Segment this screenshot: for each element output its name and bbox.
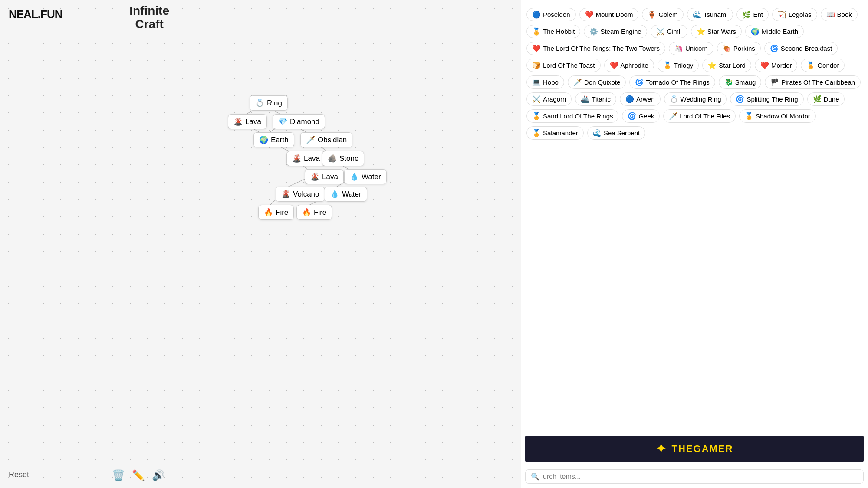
delete-icon[interactable]: 🗑️ xyxy=(112,469,125,481)
sidebar-item-emoji-5: 🏹 xyxy=(778,10,786,19)
sidebar-item-15[interactable]: 🌀Second Breakfast xyxy=(764,42,838,55)
node-lava1[interactable]: 🌋Lava xyxy=(228,114,267,129)
sidebar-item-emoji-20: ❤️ xyxy=(760,61,769,69)
sidebar-item-emoji-10: ⭐ xyxy=(697,27,705,36)
sidebar-item-2[interactable]: 🏺Golem xyxy=(642,8,683,21)
node-emoji-obsidian: 🗡️ xyxy=(306,135,315,144)
node-ring[interactable]: 💍Ring xyxy=(250,95,288,111)
node-emoji-fire2: 🔥 xyxy=(302,208,311,217)
sidebar-item-label-28: Titanic xyxy=(592,95,611,103)
sidebar-item-emoji-32: 🌿 xyxy=(813,95,822,103)
sidebar-item-21[interactable]: 🏅Gondor xyxy=(801,59,845,72)
node-diamond[interactable]: 💎Diamond xyxy=(273,114,325,129)
sidebar-item-emoji-38: 🌊 xyxy=(593,129,602,137)
sidebar-item-16[interactable]: 🍞Lord Of The Toast xyxy=(526,59,601,72)
node-emoji-stone: 🪨 xyxy=(328,154,337,163)
sidebar-item-33[interactable]: 🏅Sand Lord Of The Rings xyxy=(526,109,618,123)
node-label-ring: Ring xyxy=(267,99,282,108)
sidebar-item-22[interactable]: 💻Hobo xyxy=(526,75,564,89)
sidebar-item-32[interactable]: 🌿Dune xyxy=(807,92,845,106)
sidebar-item-emoji-0: 🔵 xyxy=(532,10,541,19)
sidebar-item-label-23: Don Quixote xyxy=(584,79,620,86)
sidebar-item-14[interactable]: 🍖Porkins xyxy=(717,42,761,55)
sidebar-item-27[interactable]: ⚔️Aragorn xyxy=(526,92,572,106)
sidebar-item-label-9: Gimli xyxy=(667,28,682,35)
sidebar-item-emoji-35: 🗡️ xyxy=(669,112,677,120)
sidebar-item-36[interactable]: 🏅Shadow Of Mordor xyxy=(739,109,816,123)
sidebar-item-emoji-8: ⚙️ xyxy=(589,27,598,36)
sidebar-item-emoji-26: 🏴 xyxy=(770,78,779,86)
sidebar-item-8[interactable]: ⚙️Steam Engine xyxy=(584,25,647,38)
sidebar-item-3[interactable]: 🌊Tsunami xyxy=(687,8,733,21)
sidebar-item-label-27: Aragorn xyxy=(543,95,566,103)
sidebar-item-1[interactable]: ❤️Mount Doom xyxy=(579,8,639,21)
sidebar-item-38[interactable]: 🌊Sea Serpent xyxy=(587,126,645,140)
sidebar-item-emoji-3: 🌊 xyxy=(693,10,701,19)
sidebar-item-10[interactable]: ⭐Star Wars xyxy=(691,25,742,38)
sidebar-item-26[interactable]: 🏴Pirates Of The Caribbean xyxy=(765,75,861,89)
sidebar-item-28[interactable]: 🚢Titanic xyxy=(575,92,616,106)
sidebar-item-29[interactable]: 🔵Arwen xyxy=(620,92,661,106)
node-stone[interactable]: 🪨Stone xyxy=(322,151,364,166)
sidebar-item-24[interactable]: 🌀Tornado Of The Rings xyxy=(629,75,715,89)
sidebar-item-label-14: Porkins xyxy=(733,45,755,52)
node-emoji-water2: 💧 xyxy=(330,190,339,199)
sidebar-item-emoji-13: 🦄 xyxy=(674,44,683,52)
sidebar-item-emoji-1: ❤️ xyxy=(585,10,594,19)
sidebar-item-emoji-33: 🏅 xyxy=(532,112,541,120)
sidebar-item-18[interactable]: 🏅Trilogy xyxy=(658,59,699,72)
node-label-lava3: Lava xyxy=(322,173,338,181)
edit-icon[interactable]: ✏️ xyxy=(132,469,145,481)
sidebar-item-emoji-7: 🏅 xyxy=(532,27,541,36)
sidebar-item-13[interactable]: 🦄Unicorn xyxy=(669,42,713,55)
node-water2[interactable]: 💧Water xyxy=(325,187,367,202)
node-label-fire1: Fire xyxy=(276,208,288,217)
sidebar-item-4[interactable]: 🌿Ent xyxy=(736,8,769,21)
sidebar-item-7[interactable]: 🏅The Hobbit xyxy=(526,25,580,38)
sidebar-item-34[interactable]: 🌀Geek xyxy=(622,109,660,123)
node-fire2[interactable]: 🔥Fire xyxy=(296,205,332,220)
search-bar[interactable]: 🔍 xyxy=(525,469,864,484)
sidebar-item-emoji-9: ⚔️ xyxy=(656,27,665,36)
sidebar-item-17[interactable]: ❤️Aphrodite xyxy=(604,59,654,72)
thegamer-logo: ✦ THEGAMER xyxy=(525,436,864,462)
node-water1[interactable]: 💧Water xyxy=(344,169,387,184)
sidebar-item-19[interactable]: ⭐Star Lord xyxy=(702,59,751,72)
sidebar-item-31[interactable]: 🌀Splitting The Ring xyxy=(730,92,803,106)
sidebar-item-label-33: Sand Lord Of The Rings xyxy=(543,112,613,120)
sidebar-item-5[interactable]: 🏹Legolas xyxy=(772,8,817,21)
reset-button[interactable]: Reset xyxy=(9,470,29,479)
node-emoji-lava2: 🌋 xyxy=(292,154,301,163)
node-lava2[interactable]: 🌋Lava xyxy=(286,151,326,166)
sidebar-item-37[interactable]: 🏅Salamander xyxy=(526,126,584,140)
sidebar-item-20[interactable]: ❤️Mordor xyxy=(755,59,798,72)
sidebar-item-emoji-2: 🏺 xyxy=(648,10,656,19)
search-input[interactable] xyxy=(543,473,858,481)
sound-icon[interactable]: 🔊 xyxy=(152,469,165,481)
node-lava3[interactable]: 🌋Lava xyxy=(305,169,344,184)
sidebar-item-25[interactable]: 🐉Smaug xyxy=(719,75,762,89)
sidebar-item-12[interactable]: ❤️The Lord Of The Rings: The Two Towers xyxy=(526,42,665,55)
sidebar-item-label-0: Poseidon xyxy=(543,11,570,18)
sidebar-item-0[interactable]: 🔵Poseidon xyxy=(526,8,576,21)
node-volcano[interactable]: 🌋Volcano xyxy=(276,187,325,202)
node-earth[interactable]: 🌍Earth xyxy=(253,132,294,147)
sidebar-item-35[interactable]: 🗡️Lord Of The Files xyxy=(663,109,736,123)
connection-lines xyxy=(0,0,521,488)
sidebar-item-30[interactable]: 💍Wedding Ring xyxy=(664,92,727,106)
sidebar-item-label-13: Unicorn xyxy=(685,45,708,52)
sidebar-item-label-15: Second Breakfast xyxy=(781,45,832,52)
node-label-stone: Stone xyxy=(339,154,358,163)
sidebar-item-9[interactable]: ⚔️Gimli xyxy=(651,25,687,38)
app-logo: NEAL.FUN xyxy=(9,8,62,21)
sidebar: 🔵Poseidon❤️Mount Doom🏺Golem🌊Tsunami🌿Ent🏹… xyxy=(521,0,868,488)
node-obsidian[interactable]: 🗡️Obsidian xyxy=(300,132,352,147)
sidebar-item-11[interactable]: 🌍Middle Earth xyxy=(745,25,804,38)
app-title: Infinite Craft xyxy=(129,4,169,31)
sidebar-item-23[interactable]: 🗡️Don Quixote xyxy=(568,75,626,89)
canvas-area[interactable]: NEAL.FUN Infinite Craft 💍Ring🌋Lava💎Diamo… xyxy=(0,0,521,488)
node-fire1[interactable]: 🔥Fire xyxy=(258,205,294,220)
sidebar-item-6[interactable]: 📖Book xyxy=(821,8,858,21)
sidebar-item-emoji-6: 📖 xyxy=(826,10,835,19)
sidebar-item-emoji-16: 🍞 xyxy=(532,61,541,69)
